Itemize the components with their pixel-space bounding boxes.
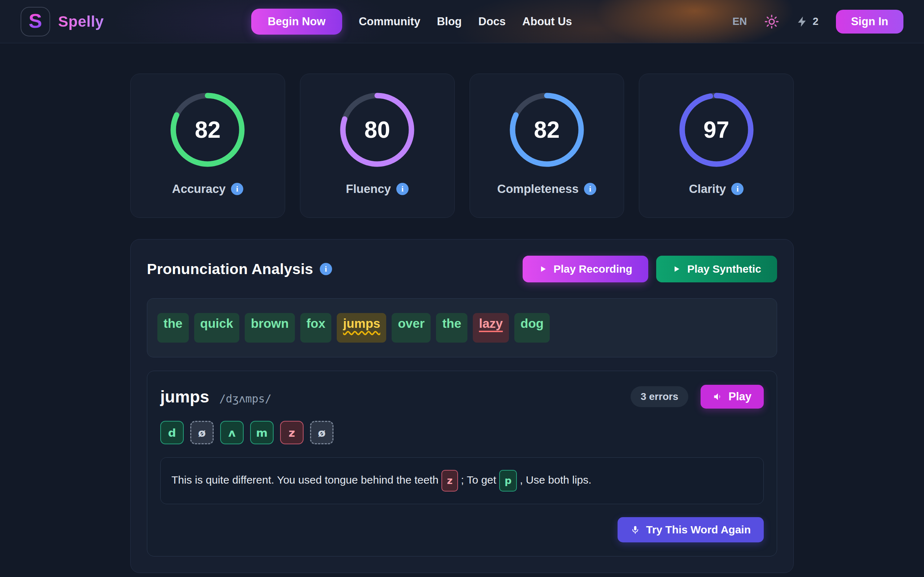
word-chip-the[interactable]: the [157, 313, 189, 343]
nav-link-community[interactable]: Community [359, 15, 420, 28]
phoneme-chip-missing[interactable]: ø [190, 421, 214, 444]
score-card-completeness: 82Completenessi [470, 74, 624, 218]
score-ring: 82 [509, 92, 585, 168]
word-chip-brown[interactable]: brown [245, 313, 295, 343]
feedback-text: This is quite different. You used tongue… [171, 474, 439, 486]
phoneme-chip-correct[interactable]: m [250, 421, 274, 444]
nav-right: EN 2 Sign In [732, 10, 903, 34]
brand-name: Spelly [58, 13, 104, 30]
score-ring: 82 [170, 92, 246, 168]
bolt-icon [796, 16, 809, 28]
panel-actions: Play Recording Play Synthetic [523, 256, 777, 282]
word-ipa: /dʒʌmps/ [219, 392, 271, 405]
info-icon[interactable]: i [231, 183, 243, 195]
score-cards-row: 82Accuracyi80Fluencyi82Completenessi97Cl… [130, 74, 794, 218]
brand-group: S Spelly [21, 7, 104, 36]
language-selector[interactable]: EN [732, 16, 747, 27]
word-chip-lazy[interactable]: lazy [473, 313, 509, 343]
score-card-accuracy: 82Accuracyi [130, 74, 285, 218]
phoneme-chip-correct[interactable]: d [160, 421, 184, 444]
info-icon[interactable]: i [320, 263, 332, 275]
app-logo[interactable]: S [21, 7, 50, 36]
play-word-button[interactable]: Play [701, 385, 764, 409]
navbar: S Spelly Begin Now CommunityBlogDocsAbou… [0, 0, 924, 43]
sign-in-button[interactable]: Sign In [836, 10, 903, 34]
word-chip-dog[interactable]: dog [514, 313, 550, 343]
primary-nav: Begin Now CommunityBlogDocsAbout Us [251, 9, 572, 35]
nav-links: CommunityBlogDocsAbout Us [359, 15, 572, 28]
phoneme-chip-correct[interactable]: ʌ [220, 421, 244, 444]
pronunciation-panel: Pronunciation Analysis i Play Recording … [130, 239, 794, 573]
score-value: 80 [339, 92, 415, 168]
try-word-again-button[interactable]: Try This Word Again [617, 517, 764, 542]
word-chip-jumps[interactable]: jumps [337, 313, 386, 343]
word-title-group: jumps /dʒʌmps/ [160, 387, 271, 406]
phoneme-row: døʌmzø [160, 421, 764, 444]
errors-badge: 3 errors [630, 386, 688, 407]
word-detail-header: jumps /dʒʌmps/ 3 errors Play [160, 385, 764, 409]
play-recording-button[interactable]: Play Recording [523, 256, 648, 282]
score-card-clarity: 97Clarityi [639, 74, 794, 218]
score-value: 82 [509, 92, 585, 168]
score-value: 97 [678, 92, 754, 168]
nav-link-about-us[interactable]: About Us [522, 15, 572, 28]
score-ring: 80 [339, 92, 415, 168]
play-word-label: Play [729, 390, 751, 403]
score-label: Fluency [346, 182, 391, 196]
play-recording-label: Play Recording [554, 263, 632, 275]
score-label: Clarity [689, 182, 726, 196]
feedback-box: This is quite different. You used tongue… [160, 457, 764, 504]
word-detail-card: jumps /dʒʌmps/ 3 errors Play døʌmzø This… [147, 371, 777, 556]
score-label: Accuracy [172, 182, 226, 196]
word-name: jumps [160, 387, 209, 406]
credits-count: 2 [813, 16, 819, 27]
sentence-words: thequickbrownfoxjumpsoverthelazydog [147, 298, 777, 357]
score-ring: 97 [678, 92, 754, 168]
sun-icon [764, 15, 779, 29]
score-value: 82 [170, 92, 246, 168]
begin-now-button[interactable]: Begin Now [251, 9, 342, 35]
main-content: 82Accuracyi80Fluencyi82Completenessi97Cl… [130, 74, 794, 573]
word-header-actions: 3 errors Play [630, 385, 764, 409]
feedback-text: , Use both lips. [520, 474, 591, 486]
theme-toggle-button[interactable] [764, 15, 779, 29]
nav-link-blog[interactable]: Blog [437, 15, 462, 28]
speaker-icon [713, 392, 723, 402]
word-detail-footer: Try This Word Again [160, 517, 764, 542]
feedback-phoneme-chip-wrong[interactable]: z [441, 470, 458, 492]
feedback-text: ; To get [461, 474, 496, 486]
score-label: Completeness [498, 182, 579, 196]
play-icon [538, 265, 547, 273]
phoneme-chip-wrong[interactable]: z [280, 421, 304, 444]
word-chip-quick[interactable]: quick [194, 313, 239, 343]
logo-s-icon: S [29, 11, 42, 31]
phoneme-chip-missing[interactable]: ø [310, 421, 333, 444]
info-icon[interactable]: i [731, 183, 743, 195]
play-synthetic-button[interactable]: Play Synthetic [656, 256, 777, 282]
credits-indicator[interactable]: 2 [796, 16, 819, 28]
info-icon[interactable]: i [584, 183, 596, 195]
nav-link-docs[interactable]: Docs [478, 15, 506, 28]
panel-title: Pronunciation Analysis [147, 261, 313, 278]
mic-icon [630, 525, 640, 534]
feedback-phoneme-chip-correct[interactable]: p [499, 470, 517, 492]
word-chip-fox[interactable]: fox [300, 313, 332, 343]
panel-header: Pronunciation Analysis i Play Recording … [147, 256, 777, 282]
play-synthetic-label: Play Synthetic [687, 263, 761, 275]
play-icon [672, 265, 681, 273]
info-icon[interactable]: i [396, 183, 409, 195]
score-card-fluency: 80Fluencyi [300, 74, 455, 218]
word-chip-over[interactable]: over [392, 313, 431, 343]
word-chip-the[interactable]: the [436, 313, 467, 343]
panel-title-group: Pronunciation Analysis i [147, 261, 332, 278]
try-word-again-label: Try This Word Again [646, 524, 751, 536]
